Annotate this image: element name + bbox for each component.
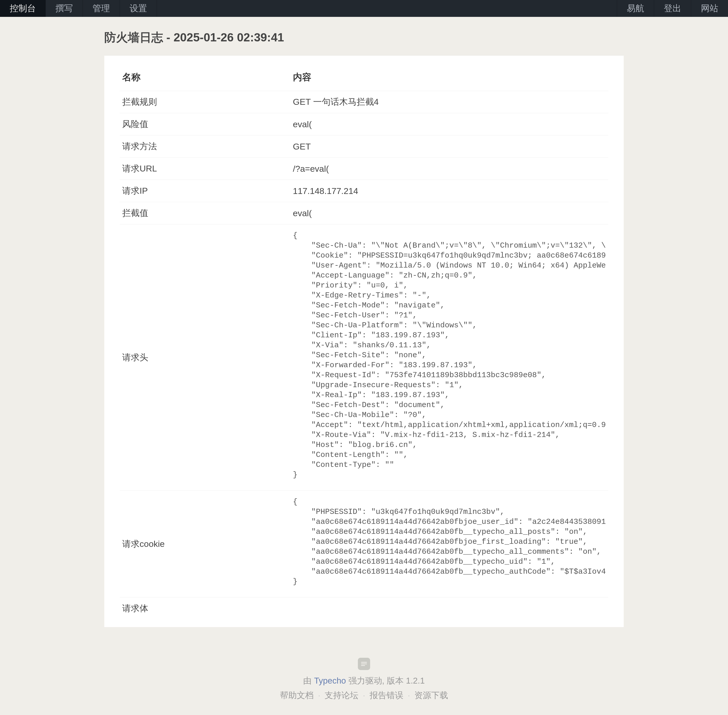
top-nav: 控制台 撰写 管理 设置 易航 登出 网站 [0, 0, 728, 17]
top-nav-right: 易航 登出 网站 [617, 0, 728, 17]
nav-user[interactable]: 易航 [617, 0, 654, 17]
table-row: 请求URL /?a=eval( [119, 158, 609, 180]
row-name: 请求IP [119, 180, 290, 202]
row-content-pre: { "Sec-Ch-Ua": "\"Not A(Brand\";v=\"8\",… [290, 224, 609, 491]
table-row: 拦截值 eval( [119, 202, 609, 224]
row-content: GET 一句话木马拦截4 [290, 91, 609, 113]
page-title: 防火墙日志 - 2025-01-26 02:39:41 [104, 30, 624, 45]
col-content-header: 内容 [290, 66, 609, 91]
nav-console[interactable]: 控制台 [0, 0, 46, 17]
table-row-headers: 请求头 { "Sec-Ch-Ua": "\"Not A(Brand\";v=\"… [119, 224, 609, 491]
col-name-header: 名称 [119, 66, 290, 91]
log-card: 名称 内容 拦截规则 GET 一句话木马拦截4 风险值 eval( 请求方法 G… [104, 56, 624, 627]
footer-version: 1.2.1 [406, 676, 424, 685]
nav-site[interactable]: 网站 [691, 0, 728, 17]
row-name: 请求头 [119, 224, 290, 491]
table-row-cookie: 请求cookie { "PHPSESSID": "u3kq647fo1hq0uk… [119, 491, 609, 597]
footer: 由 Typecho 强力驱动, 版本 1.2.1 帮助文档 · 支持论坛 · 报… [0, 647, 728, 714]
footer-text: 强力驱动, 版本 [346, 676, 406, 685]
log-table: 名称 内容 拦截规则 GET 一句话木马拦截4 风险值 eval( 请求方法 G… [119, 66, 609, 619]
row-name: 请求URL [119, 158, 290, 180]
footer-link-help[interactable]: 帮助文档 [280, 691, 314, 700]
row-name: 请求cookie [119, 491, 290, 597]
row-content: 117.148.177.214 [290, 180, 609, 202]
row-content: GET [290, 136, 609, 158]
request-cookie-pre[interactable]: { "PHPSESSID": "u3kq647fo1hq0uk9qd7mlnc3… [293, 497, 606, 591]
nav-settings[interactable]: 设置 [120, 0, 157, 17]
footer-link-forum[interactable]: 支持论坛 [325, 691, 358, 700]
row-name: 风险值 [119, 113, 290, 136]
separator: · [318, 691, 320, 700]
nav-write[interactable]: 撰写 [46, 0, 83, 17]
footer-link-download[interactable]: 资源下载 [414, 691, 448, 700]
typecho-link[interactable]: Typecho [314, 676, 346, 685]
table-row: 拦截规则 GET 一句话木马拦截4 [119, 91, 609, 113]
footer-text: 由 [303, 676, 314, 685]
separator: · [408, 691, 410, 700]
table-row: 请求方法 GET [119, 136, 609, 158]
row-content [290, 597, 609, 620]
nav-logout[interactable]: 登出 [654, 0, 691, 17]
table-row: 风险值 eval( [119, 113, 609, 136]
table-row: 请求IP 117.148.177.214 [119, 180, 609, 202]
nav-manage[interactable]: 管理 [83, 0, 120, 17]
row-name: 请求体 [119, 597, 290, 620]
row-content-pre: { "PHPSESSID": "u3kq647fo1hq0uk9qd7mlnc3… [290, 491, 609, 597]
typecho-logo-icon [358, 658, 370, 670]
footer-links: 帮助文档 · 支持论坛 · 报告错误 · 资源下载 [0, 690, 728, 701]
footer-credit: 由 Typecho 强力驱动, 版本 1.2.1 [0, 675, 728, 686]
separator: · [363, 691, 365, 700]
row-content: eval( [290, 113, 609, 136]
footer-link-bug[interactable]: 报告错误 [370, 691, 403, 700]
row-content: eval( [290, 202, 609, 224]
row-name: 拦截值 [119, 202, 290, 224]
row-name: 请求方法 [119, 136, 290, 158]
row-name: 拦截规则 [119, 91, 290, 113]
request-headers-pre[interactable]: { "Sec-Ch-Ua": "\"Not A(Brand\";v=\"8\",… [293, 231, 606, 484]
table-row-body: 请求体 [119, 597, 609, 620]
row-content: /?a=eval( [290, 158, 609, 180]
top-nav-left: 控制台 撰写 管理 设置 [0, 0, 157, 17]
